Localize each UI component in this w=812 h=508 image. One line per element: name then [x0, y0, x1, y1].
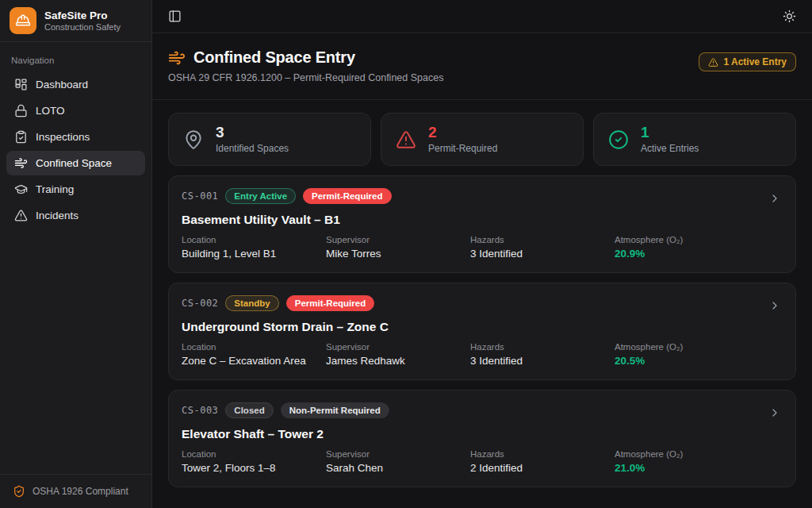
map-pin-icon	[183, 129, 204, 150]
field-location: Location Zone C – Excavation Area	[182, 342, 326, 367]
space-title: Basement Utility Vault – B1	[182, 213, 783, 227]
space-title: Underground Storm Drain – Zone C	[182, 320, 783, 334]
hard-hat-logo-icon	[10, 7, 36, 34]
space-code: CS-003	[182, 405, 218, 416]
dashboard-grid-icon	[14, 78, 28, 91]
page-subtitle: OSHA 29 CFR 1926.1200 – Permit-Required …	[168, 72, 443, 83]
sidebar: SafeSite Pro Construction Safety Navigat…	[0, 0, 152, 508]
stat-card-identified-spaces: 3 Identified Spaces	[168, 113, 371, 166]
sidebar-item-confined-space[interactable]: Confined Space	[6, 151, 145, 175]
graduation-cap-icon	[14, 183, 28, 196]
app-root: SafeSite Pro Construction Safety Navigat…	[0, 0, 812, 508]
sidebar-nav: Dashboard LOTO Inspections Confined Spac…	[0, 71, 151, 229]
field-hazards: Hazards 3 Identified	[470, 342, 615, 367]
chevron-right-icon	[768, 192, 781, 208]
active-entry-badge: 1 Active Entry	[699, 52, 796, 71]
sidebar-item-inspections[interactable]: Inspections	[6, 125, 145, 149]
permit-badge: Permit-Required	[303, 188, 391, 204]
wind-icon	[14, 156, 28, 170]
stat-text: 2 Permit-Required	[428, 125, 497, 154]
field-hazards: Hazards 3 Identified	[470, 235, 615, 260]
stat-value: 2	[428, 125, 497, 141]
chevron-right-icon	[768, 299, 781, 315]
sidebar-item-incidents[interactable]: Incidents	[6, 203, 145, 228]
field-location: Location Tower 2, Floors 1–8	[182, 449, 326, 474]
sidebar-item-label: Training	[36, 183, 74, 195]
field-supervisor: Supervisor Mike Torres	[326, 235, 470, 260]
compliance-footer: OSHA 1926 Compliant	[0, 474, 151, 508]
stat-label: Permit-Required	[428, 143, 497, 154]
stat-card-permit-required: 2 Permit-Required	[381, 113, 584, 166]
stat-label: Active Entries	[641, 143, 699, 154]
stat-card-active-entries: 1 Active Entries	[593, 113, 796, 166]
sidebar-item-label: Inspections	[36, 131, 90, 143]
chevron-right-icon	[768, 406, 781, 422]
page-header-text: Confined Space Entry OSHA 29 CFR 1926.12…	[168, 48, 443, 83]
panel-left-icon	[168, 10, 182, 23]
space-title: Elevator Shaft – Tower 2	[182, 427, 783, 441]
main-area: Confined Space Entry OSHA 29 CFR 1926.12…	[152, 0, 812, 508]
field-grid: Location Tower 2, Floors 1–8 Supervisor …	[182, 449, 783, 474]
sidebar-item-label: LOTO	[36, 105, 65, 117]
alert-triangle-icon	[396, 129, 416, 150]
brand: SafeSite Pro Construction Safety	[0, 0, 151, 42]
field-supervisor: Supervisor Sarah Chen	[326, 449, 470, 474]
field-atmosphere: Atmosphere (O₂) 20.5%	[615, 342, 759, 367]
stat-label: Identified Spaces	[216, 143, 289, 154]
space-card-cs-002[interactable]: CS-002 Standby Permit-Required Undergrou…	[168, 283, 796, 380]
topbar	[152, 0, 812, 33]
alert-triangle-icon	[708, 57, 718, 67]
field-grid: Location Zone C – Excavation Area Superv…	[182, 342, 783, 367]
alert-triangle-icon	[14, 209, 28, 222]
stat-value: 3	[216, 125, 289, 141]
stat-text: 1 Active Entries	[641, 125, 699, 154]
space-card-cs-001[interactable]: CS-001 Entry Active Permit-Required Base…	[168, 175, 796, 273]
nav-section-label: Navigation	[11, 56, 140, 65]
status-badge: Entry Active	[225, 188, 296, 204]
app-tagline: Construction Safety	[44, 22, 121, 32]
field-grid: Location Building 1, Level B1 Supervisor…	[182, 235, 783, 260]
page-title: Confined Space Entry	[193, 48, 355, 67]
stat-text: 3 Identified Spaces	[216, 125, 289, 154]
space-code: CS-001	[182, 190, 218, 202]
permit-badge: Permit-Required	[286, 295, 374, 311]
permit-badge: Non-Permit Required	[281, 402, 389, 418]
sidebar-item-label: Incidents	[36, 210, 79, 221]
page-header: Confined Space Entry OSHA 29 CFR 1926.12…	[152, 33, 812, 100]
field-supervisor: Supervisor James Redhawk	[326, 342, 470, 367]
stats-row: 3 Identified Spaces 2 Permit-Required 1	[168, 113, 796, 166]
space-card-cs-003[interactable]: CS-003 Closed Non-Permit Required Elevat…	[168, 390, 796, 487]
field-hazards: Hazards 2 Identified	[470, 449, 615, 474]
sidebar-item-label: Confined Space	[36, 157, 112, 169]
app-name: SafeSite Pro	[44, 10, 121, 21]
field-location: Location Building 1, Level B1	[182, 235, 326, 260]
content: 3 Identified Spaces 2 Permit-Required 1	[152, 100, 812, 500]
sidebar-item-dashboard[interactable]: Dashboard	[6, 72, 145, 97]
sidebar-item-training[interactable]: Training	[6, 177, 145, 202]
sidebar-item-loto[interactable]: LOTO	[6, 98, 145, 123]
sidebar-item-label: Dashboard	[36, 79, 88, 90]
brand-text: SafeSite Pro Construction Safety	[44, 10, 121, 32]
active-entry-badge-label: 1 Active Entry	[723, 56, 787, 67]
compliance-label: OSHA 1926 Compliant	[33, 486, 128, 497]
wind-icon	[168, 49, 186, 67]
shield-check-icon	[13, 485, 25, 498]
field-atmosphere: Atmosphere (O₂) 21.0%	[615, 449, 759, 474]
check-circle-icon	[608, 129, 629, 150]
space-code: CS-002	[182, 298, 218, 309]
sidebar-toggle-button[interactable]	[165, 6, 185, 26]
theme-toggle-button[interactable]	[779, 6, 799, 26]
sun-icon	[783, 10, 796, 23]
status-badge: Standby	[225, 295, 278, 311]
lock-icon	[14, 104, 28, 117]
status-badge: Closed	[225, 402, 273, 418]
clipboard-check-icon	[14, 130, 28, 144]
stat-value: 1	[641, 125, 699, 141]
field-atmosphere: Atmosphere (O₂) 20.9%	[615, 235, 759, 260]
